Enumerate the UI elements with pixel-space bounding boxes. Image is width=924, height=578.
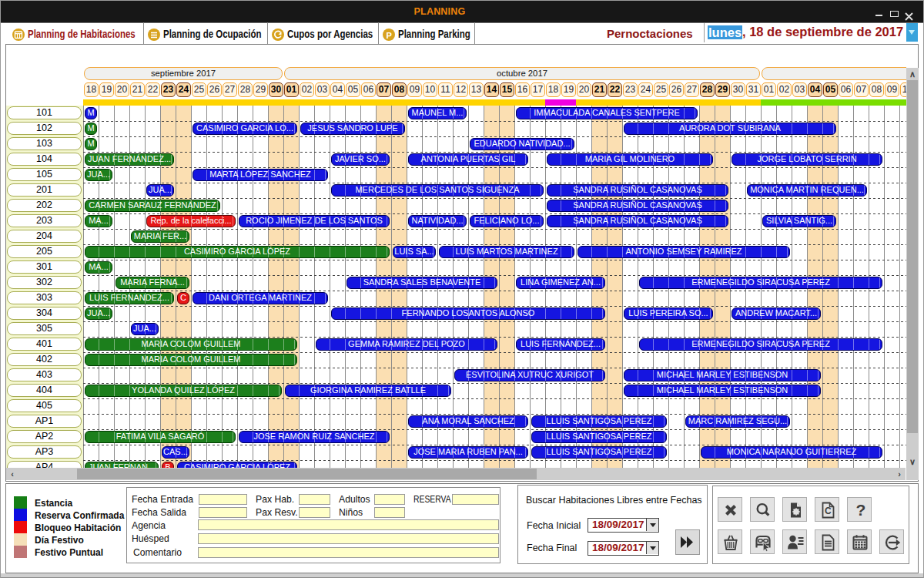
svg-text:C: C	[825, 506, 832, 516]
svg-text:P: P	[387, 31, 392, 40]
svg-text:?: ?	[856, 501, 866, 519]
